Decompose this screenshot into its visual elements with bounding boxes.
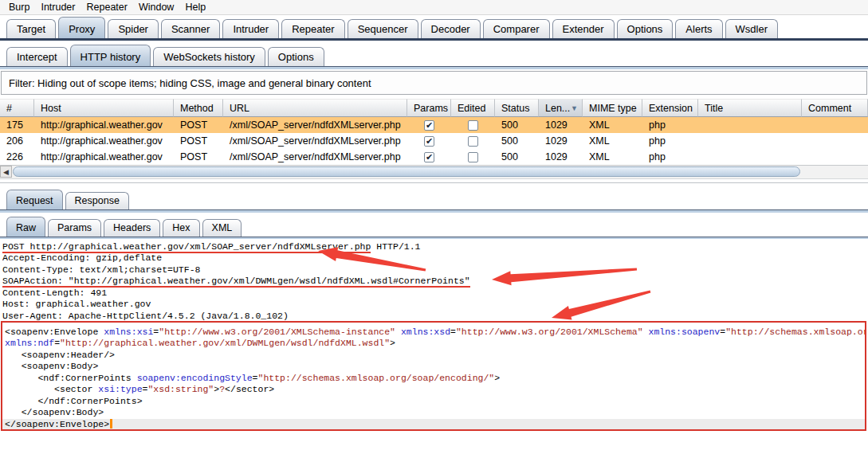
column-header-edited[interactable]: Edited bbox=[451, 99, 495, 117]
xml-line: <soapenv:Body> bbox=[5, 361, 865, 372]
request-header-line: POST http://graphical.weather.gov/xml/SO… bbox=[2, 241, 868, 252]
table-row[interactable]: 206http://graphical.weather.govPOST/xml/… bbox=[0, 133, 868, 149]
filter-bar[interactable]: Filter: Hiding out of scope items; hidin… bbox=[1, 71, 867, 95]
cell-host: http://graphical.weather.gov bbox=[34, 117, 174, 133]
panel-splitter[interactable] bbox=[0, 182, 868, 183]
tab-options[interactable]: Options bbox=[617, 19, 674, 38]
cell-host: http://graphical.weather.gov bbox=[34, 149, 174, 165]
subtab-http-history[interactable]: HTTP history bbox=[70, 45, 151, 66]
request-header-line: Accept-Encoding: gzip,deflate bbox=[2, 252, 868, 264]
cell-mime: XML bbox=[583, 117, 642, 133]
column-header-comment[interactable]: Comment bbox=[802, 99, 868, 117]
column-header-extension[interactable]: Extension bbox=[642, 99, 698, 117]
column-header-url[interactable]: URL bbox=[223, 99, 407, 117]
column-header-mime-type[interactable]: MIME type bbox=[583, 99, 642, 117]
scroll-left-button[interactable]: ◀ bbox=[0, 166, 12, 178]
table-row[interactable]: 175http://graphical.weather.govPOST/xml/… bbox=[0, 117, 868, 133]
request-header-line: User-Agent: Apache-HttpClient/4.5.2 (Jav… bbox=[2, 311, 868, 322]
cell-edited bbox=[451, 149, 495, 165]
message-tab-divider bbox=[0, 209, 868, 213]
cell-status: 500 bbox=[495, 149, 539, 165]
cell-length: 1029 bbox=[539, 133, 583, 149]
cell-length: 1029 bbox=[539, 149, 583, 165]
menu-window[interactable]: Window bbox=[133, 2, 179, 13]
edited-checkbox-unchecked[interactable] bbox=[468, 152, 478, 162]
column-header-title[interactable]: Title bbox=[698, 99, 802, 117]
xml-line: <soapenv:Header/> bbox=[5, 350, 865, 361]
menu-repeater[interactable]: Repeater bbox=[81, 2, 133, 13]
tab-alerts[interactable]: Alerts bbox=[675, 19, 722, 38]
main-tab-divider bbox=[0, 38, 868, 41]
cell-comment bbox=[802, 133, 868, 149]
table-header-row: #HostMethodURLParamsEditedStatusLen...▼M… bbox=[0, 99, 868, 117]
menu-help[interactable]: Help bbox=[179, 2, 211, 13]
cell-num: 206 bbox=[0, 133, 34, 149]
column-header-len[interactable]: Len...▼ bbox=[539, 99, 583, 117]
tab-intruder[interactable]: Intruder bbox=[222, 19, 279, 38]
text-caret bbox=[110, 419, 112, 429]
tab-proxy[interactable]: Proxy bbox=[58, 17, 105, 38]
tab-target[interactable]: Target bbox=[6, 19, 56, 38]
tab-spider[interactable]: Spider bbox=[108, 19, 159, 38]
column-header-status[interactable]: Status bbox=[495, 99, 539, 117]
column-header-method[interactable]: Method bbox=[174, 99, 223, 117]
cell-num: 175 bbox=[0, 117, 34, 133]
red-underline-annotation: SOAPAction: "http://graphical.weather.go… bbox=[2, 276, 470, 288]
horizontal-scrollbar[interactable]: ◀ bbox=[0, 165, 868, 179]
cell-host: http://graphical.weather.gov bbox=[34, 133, 174, 149]
tab-wsdler[interactable]: Wsdler bbox=[725, 19, 778, 38]
column-header-host[interactable]: Host bbox=[34, 99, 174, 117]
subtab-intercept[interactable]: Intercept bbox=[6, 47, 68, 66]
request-editor[interactable]: POST http://graphical.weather.gov/xml/SO… bbox=[0, 239, 868, 454]
cell-method: POST bbox=[174, 117, 223, 133]
cell-params: ✔ bbox=[407, 133, 451, 149]
request-headers-text[interactable]: POST http://graphical.weather.gov/xml/SO… bbox=[2, 241, 868, 322]
tab-scanner[interactable]: Scanner bbox=[161, 19, 220, 38]
cell-url: /xml/SOAP_server/ndfdXMLserver.php bbox=[223, 117, 407, 133]
edited-checkbox-unchecked[interactable] bbox=[468, 136, 478, 147]
subtab-websockets-history[interactable]: WebSockets history bbox=[153, 47, 265, 66]
viewtab-hex[interactable]: Hex bbox=[163, 219, 199, 237]
viewtab-xml[interactable]: XML bbox=[202, 219, 242, 237]
params-checkbox-checked[interactable]: ✔ bbox=[424, 152, 434, 162]
cell-mime: XML bbox=[583, 149, 642, 165]
params-checkbox-checked[interactable]: ✔ bbox=[424, 120, 434, 131]
cell-title bbox=[698, 133, 802, 149]
request-body-xml[interactable]: <soapenv:Envelope xmlns:xsi="http://www.… bbox=[1, 321, 866, 431]
msgtab-response[interactable]: Response bbox=[65, 192, 129, 209]
red-underline-annotation: POST http://graphical.weather.gov/xml/SO… bbox=[2, 241, 371, 253]
viewtab-headers[interactable]: Headers bbox=[104, 219, 160, 237]
proxy-sub-tab-bar: InterceptHTTP historyWebSockets historyO… bbox=[0, 43, 868, 66]
scrollbar-thumb[interactable] bbox=[13, 166, 800, 177]
viewtab-params[interactable]: Params bbox=[48, 219, 101, 237]
table-row[interactable]: 226http://graphical.weather.govPOST/xml/… bbox=[0, 149, 868, 165]
xml-line: </ndf:CornerPoints> bbox=[5, 396, 865, 407]
request-header-line: Content-Type: text/xml;charset=UTF-8 bbox=[2, 264, 868, 276]
column-header-[interactable]: # bbox=[0, 99, 34, 117]
params-checkbox-checked[interactable]: ✔ bbox=[424, 136, 434, 147]
view-tab-bar: RawParamsHeadersHexXML bbox=[0, 215, 868, 237]
xml-line: </soapenv:Body> bbox=[5, 407, 865, 418]
tab-decoder[interactable]: Decoder bbox=[421, 19, 481, 38]
tab-comparer[interactable]: Comparer bbox=[483, 19, 550, 38]
cell-url: /xml/SOAP_server/ndfdXMLserver.php bbox=[223, 149, 407, 165]
edited-checkbox-unchecked[interactable] bbox=[468, 120, 478, 131]
cell-mime: XML bbox=[583, 133, 642, 149]
msgtab-request[interactable]: Request bbox=[6, 190, 63, 209]
cell-comment bbox=[802, 149, 868, 165]
request-header-line: SOAPAction: "http://graphical.weather.go… bbox=[2, 276, 868, 287]
tab-sequencer[interactable]: Sequencer bbox=[348, 19, 418, 38]
viewtab-raw[interactable]: Raw bbox=[6, 217, 45, 237]
cell-url: /xml/SOAP_server/ndfdXMLserver.php bbox=[223, 133, 407, 149]
cell-edited bbox=[451, 117, 495, 133]
tab-repeater[interactable]: Repeater bbox=[281, 19, 344, 38]
cell-status: 500 bbox=[495, 117, 539, 133]
menu-intruder[interactable]: Intruder bbox=[35, 2, 81, 13]
http-history-table: #HostMethodURLParamsEditedStatusLen...▼M… bbox=[0, 99, 868, 165]
menu-burp[interactable]: Burp bbox=[3, 2, 35, 13]
tab-extender[interactable]: Extender bbox=[552, 19, 615, 38]
filter-text: Filter: Hiding out of scope items; hidin… bbox=[9, 77, 371, 89]
cell-title bbox=[698, 149, 802, 165]
subtab-options[interactable]: Options bbox=[268, 47, 324, 66]
column-header-params[interactable]: Params bbox=[407, 99, 451, 117]
